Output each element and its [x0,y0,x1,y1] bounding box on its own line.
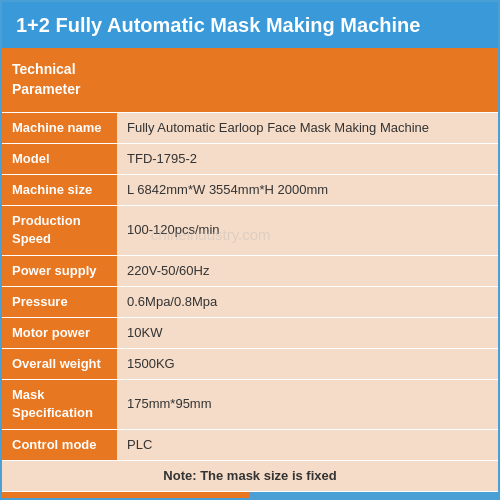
specs-table: Technical Parameter [2,48,498,113]
header-label: Technical Parameter [2,48,117,112]
row-label: Control mode [2,429,117,460]
table-row: Motor power10KW [2,317,498,348]
table-row: ModelTFD-1795-2 [2,143,498,174]
table-row: Mask Specification175mm*95mm [2,380,498,429]
row-value: 100-120pcs/min [117,206,498,255]
row-value: 1500KG [117,349,498,380]
table-row: Machine sizeL 6842mm*W 3554mm*H 2000mm [2,174,498,205]
row-value: PLC [117,429,498,460]
row-label: Production Speed [2,206,117,255]
table-header-row: Technical Parameter [2,48,498,112]
data-table: Machine nameFully Automatic Earloop Face… [2,113,498,492]
row-label: Pressure [2,286,117,317]
note-text: Note: The mask size is fixed [2,460,498,491]
row-label: Model [2,143,117,174]
row-value: 10KW [117,317,498,348]
table-row: Power supply220V-50/60Hz [2,255,498,286]
page-header: 1+2 Fully Automatic Mask Making Machine [2,2,498,48]
table-row: Production Speed100-120pcs/min [2,206,498,255]
row-value: 220V-50/60Hz [117,255,498,286]
row-label: Machine name [2,113,117,144]
row-label: Mask Specification [2,380,117,429]
row-label: Overall weight [2,349,117,380]
table-row: Control modePLC [2,429,498,460]
table-row: Overall weight1500KG [2,349,498,380]
table-row: Machine nameFully Automatic Earloop Face… [2,113,498,144]
bottom-bar [2,492,498,498]
row-value: Fully Automatic Earloop Face Mask Making… [117,113,498,144]
note-row: Note: The mask size is fixed [2,460,498,491]
row-value: TFD-1795-2 [117,143,498,174]
header-value [117,48,498,112]
row-label: Power supply [2,255,117,286]
table-container: chineindustry.com Technical Parameter Ma… [2,48,498,492]
row-value: L 6842mm*W 3554mm*H 2000mm [117,174,498,205]
row-label: Motor power [2,317,117,348]
page-title: 1+2 Fully Automatic Mask Making Machine [16,14,420,36]
row-value: 175mm*95mm [117,380,498,429]
row-value: 0.6Mpa/0.8Mpa [117,286,498,317]
table-row: Pressure0.6Mpa/0.8Mpa [2,286,498,317]
page-wrapper: 1+2 Fully Automatic Mask Making Machine … [0,0,500,500]
row-label: Machine size [2,174,117,205]
